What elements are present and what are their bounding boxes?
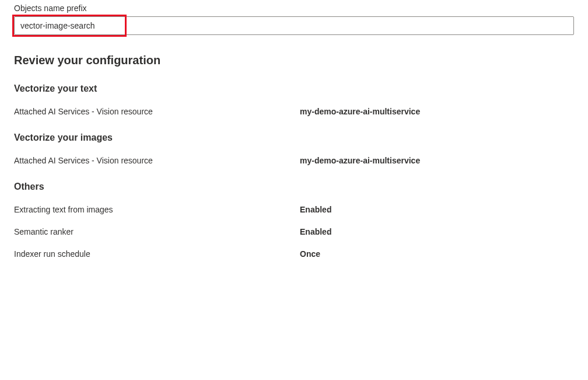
config-row: Attached AI Services - Vision resource m… — [14, 156, 574, 165]
indexer-schedule-value: Once — [300, 249, 574, 259]
others-heading: Others — [14, 182, 574, 192]
vectorize-text-heading: Vectorize your text — [14, 83, 574, 94]
config-row: Extracting text from images Enabled — [14, 205, 574, 214]
objects-name-prefix-label: Objects name prefix — [14, 4, 574, 13]
config-row: Attached AI Services - Vision resource m… — [14, 107, 574, 116]
vectorize-text-resource-label: Attached AI Services - Vision resource — [14, 107, 300, 116]
vectorize-images-heading: Vectorize your images — [14, 133, 574, 143]
config-row: Indexer run schedule Once — [14, 249, 574, 259]
objects-name-prefix-input[interactable] — [14, 16, 574, 35]
indexer-schedule-label: Indexer run schedule — [14, 249, 300, 259]
extracting-text-label: Extracting text from images — [14, 205, 300, 214]
vectorize-images-resource-value: my-demo-azure-ai-multiservice — [300, 156, 574, 165]
semantic-ranker-value: Enabled — [300, 227, 574, 236]
vectorize-text-resource-value: my-demo-azure-ai-multiservice — [300, 107, 574, 116]
vectorize-images-resource-label: Attached AI Services - Vision resource — [14, 156, 300, 165]
semantic-ranker-label: Semantic ranker — [14, 227, 300, 236]
config-row: Semantic ranker Enabled — [14, 227, 574, 236]
extracting-text-value: Enabled — [300, 205, 574, 214]
review-configuration-heading: Review your configuration — [14, 54, 574, 67]
